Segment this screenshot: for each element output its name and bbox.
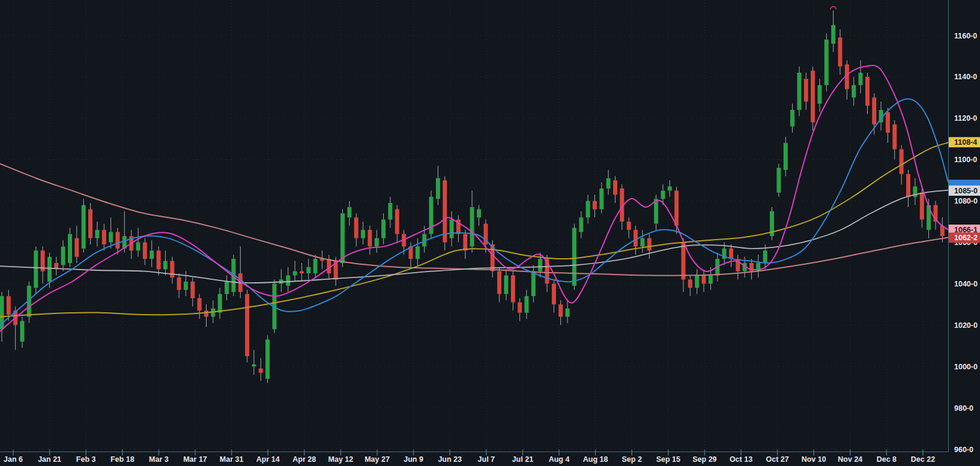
candle-down — [300, 271, 304, 273]
candle-down — [177, 277, 181, 290]
candle-up — [504, 276, 508, 294]
candle-down — [886, 112, 890, 133]
candle-up — [531, 271, 536, 296]
candle-down — [88, 209, 92, 238]
price-tick-label: 980-0 — [954, 404, 973, 413]
candle-down — [892, 124, 897, 149]
candle-down — [647, 238, 652, 251]
time-tick-label: Sep 2 — [622, 455, 642, 464]
price-badge-ma-rose: 1062-2 — [949, 232, 980, 243]
candle-down — [157, 250, 161, 269]
price-tick-label: 1000-0 — [954, 363, 978, 371]
time-tick-label: Aug 18 — [583, 455, 608, 464]
candle-up — [824, 40, 829, 85]
price-tick-label: 1140-0 — [954, 73, 977, 81]
candle-up — [797, 73, 802, 110]
time-tick-label: Jun 9 — [404, 455, 423, 464]
svg-text:1062-2: 1062-2 — [954, 234, 978, 242]
svg-text:1085-0: 1085-0 — [954, 187, 978, 195]
candle-up — [668, 187, 672, 191]
candle-down — [729, 249, 733, 259]
candle-down — [688, 280, 692, 288]
candle-down — [259, 369, 263, 373]
price-axis[interactable]: 1160-01140-01120-01100-01080-01060-01040… — [949, 0, 980, 466]
time-tick-label: May 27 — [364, 455, 390, 464]
candle-up — [470, 207, 474, 247]
candle-down — [463, 234, 467, 251]
price-tick-label: 1120-0 — [954, 114, 977, 123]
chart-canvas[interactable]: 1160-01140-01120-01100-01080-01060-01040… — [0, 0, 980, 466]
candle-up — [695, 276, 699, 288]
time-tick-label: Feb 3 — [76, 455, 96, 464]
candle-up — [538, 259, 542, 271]
candle-up — [763, 250, 767, 263]
candle-up — [136, 243, 141, 251]
candle-up — [347, 207, 351, 217]
candle-up — [381, 220, 386, 238]
candlestick-chart[interactable]: 1160-01140-01120-01100-01080-01060-01040… — [0, 0, 980, 466]
candle-down — [627, 222, 631, 230]
time-tick-label: Jan 21 — [38, 455, 61, 464]
candle-up — [184, 282, 188, 290]
candle-up — [784, 143, 788, 170]
price-tick-label: 1100-0 — [954, 156, 977, 164]
candle-down — [552, 283, 556, 304]
time-tick-label: Nov 24 — [838, 455, 862, 464]
time-tick-label: May 12 — [328, 455, 354, 464]
time-tick-label: Apr 28 — [292, 455, 316, 464]
time-tick-label: Jan 6 — [4, 455, 23, 464]
candle-down — [7, 296, 11, 315]
time-tick-label: Jul 7 — [478, 455, 495, 464]
candle-up — [524, 296, 528, 313]
price-badge-ma-yellow: 1108-4 — [949, 137, 980, 147]
candle-up — [163, 261, 168, 270]
candle-up — [109, 232, 113, 242]
time-tick-label: Mar 31 — [220, 455, 244, 464]
candle-down — [900, 150, 904, 174]
candle-up — [579, 217, 583, 232]
candle-up — [709, 276, 713, 284]
candle-down — [674, 190, 679, 226]
candle-up — [572, 228, 576, 286]
candle-down — [170, 261, 174, 278]
candle-down — [511, 276, 515, 303]
candle-down — [702, 276, 706, 284]
time-tick-label: Jun 23 — [438, 455, 462, 464]
candle-up — [388, 203, 392, 220]
candle-up — [361, 230, 365, 238]
time-tick-label: Aug 4 — [549, 455, 570, 464]
time-tick-label: Sep 15 — [656, 455, 680, 464]
candle-up — [375, 238, 379, 247]
candle-down — [811, 71, 815, 123]
candle-up — [606, 178, 611, 189]
time-tick-label: Oct 13 — [730, 455, 752, 464]
candle-down — [558, 304, 563, 317]
candle-up — [586, 201, 590, 218]
time-tick-label: Dec 22 — [911, 455, 935, 464]
time-tick-label: Dec 8 — [877, 455, 897, 464]
candle-down — [115, 232, 119, 249]
candle-up — [286, 276, 290, 286]
candle-up — [566, 309, 570, 317]
candle-up — [293, 271, 297, 276]
candle-up — [252, 365, 256, 366]
candle-up — [776, 168, 781, 193]
candle-up — [47, 257, 52, 282]
candle-down — [395, 209, 399, 234]
candle-down — [804, 79, 808, 101]
candle-down — [497, 271, 501, 294]
price-tick-label: 960-0 — [954, 446, 973, 454]
candle-down — [443, 180, 447, 242]
candle-up — [95, 230, 99, 238]
candle-up — [225, 282, 229, 294]
candle-up — [61, 246, 65, 265]
candle-down — [518, 302, 522, 312]
candle-down — [838, 37, 842, 66]
candle-down — [354, 217, 358, 238]
candle-down — [245, 294, 249, 356]
time-tick-label: Oct 27 — [766, 455, 788, 464]
candle-up — [790, 110, 794, 127]
candle-down — [198, 298, 202, 311]
time-tick-label: Sep 29 — [692, 455, 716, 464]
candle-up — [416, 246, 420, 259]
